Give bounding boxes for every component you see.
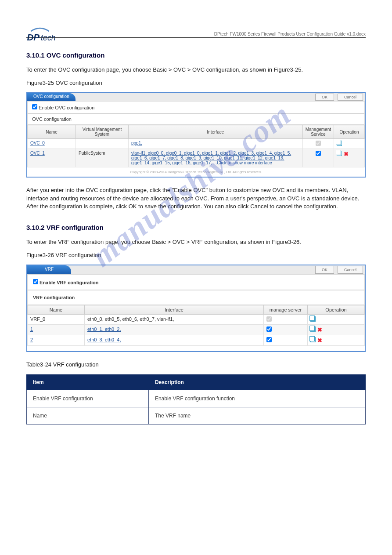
nav-path-vrf: To enter the VRF configuration page, you… xyxy=(26,238,366,246)
copy-icon[interactable] xyxy=(310,337,316,342)
delete-icon[interactable]: ✖ xyxy=(317,337,322,344)
copyright-text: Copyright © 2000-2014 Hangzhou DPtech Te… xyxy=(27,167,365,177)
delete-icon[interactable]: ✖ xyxy=(344,151,349,157)
copy-icon[interactable] xyxy=(310,326,316,332)
vrf-panel: VRF OK Cancel Enable VRF configuration V… xyxy=(26,265,366,352)
vrf-list-title: VRF configuration xyxy=(27,290,365,305)
col-name: Name xyxy=(28,125,76,139)
table-row: VRF_0 eth0_0, eth0_5, eth0_6, eth0_7, vl… xyxy=(28,315,365,325)
figure-caption-25: Figure3-25 OVC configuration xyxy=(26,79,366,87)
panel-tab: OVC configuration xyxy=(27,93,76,101)
desc-item: Name xyxy=(27,407,149,424)
ovc-list-title: OVC configuration xyxy=(27,113,365,125)
ovc-description: After you enter into the OVC configurati… xyxy=(26,186,366,210)
ovc-table: Name Virtual Management System Interface… xyxy=(27,125,365,167)
col-name: Name xyxy=(28,305,85,315)
vrf-iface-link[interactable]: eth0_3, eth0_4, xyxy=(87,337,121,342)
delete-icon[interactable]: ✖ xyxy=(317,326,322,333)
section-title-ovc: 3.10.1 OVC configuration xyxy=(26,51,366,59)
table-row: OVC_0 ppp1, xyxy=(28,139,365,149)
desc-text: Enable VRF configuration function xyxy=(148,390,365,407)
panel-header: OVC configuration OK Cancel xyxy=(27,93,365,101)
copy-icon[interactable] xyxy=(337,141,342,146)
ovc-name-link[interactable]: OVC_0 xyxy=(30,141,45,145)
ovc-iface-link[interactable]: vlan-if1, gige0_0, gige0_1, gige1_0, gig… xyxy=(131,151,291,165)
ovc-vms-cell xyxy=(76,139,129,149)
copy-icon[interactable] xyxy=(337,151,342,156)
nav-path-ovc: To enter the OVC configuration page, you… xyxy=(26,66,366,74)
enable-ovc-row: Enable OVC configuration xyxy=(27,101,365,113)
enable-ovc-label: Enable OVC configuration xyxy=(39,105,94,110)
vrf-name-cell: VRF_0 xyxy=(28,315,85,325)
table-row: 2 eth0_3, eth0_4, ✖ xyxy=(28,335,365,346)
ovc-vms-cell: PublicSystem xyxy=(76,149,129,167)
col-mgmt: Management Service xyxy=(302,125,334,139)
enable-vrf-checkbox[interactable] xyxy=(33,279,38,284)
ovc-iface-link[interactable]: ppp1, xyxy=(131,141,142,145)
desc-text: The VRF name xyxy=(148,407,365,424)
col-manage: manage server xyxy=(264,305,308,315)
vrf-iface-link[interactable]: eth0_1, eth0_2, xyxy=(87,326,121,332)
vrf-name-link[interactable]: 1 xyxy=(30,326,33,332)
panel-header: VRF OK Cancel xyxy=(27,265,365,274)
cancel-button[interactable]: Cancel xyxy=(338,94,363,101)
col-interface: Interface xyxy=(85,305,264,315)
vrf-table: Name Interface manage server Operation V… xyxy=(27,305,365,346)
figure-caption-26: Figure3-26 VRF configuration xyxy=(26,251,366,259)
table-caption-24: Table3-24 VRF configuration xyxy=(26,361,366,369)
col-operation: Operation xyxy=(334,125,365,139)
col-vms: Virtual Management System xyxy=(76,125,129,139)
manage-checkbox xyxy=(266,316,272,322)
vrf-iface-cell: eth0_0, eth0_5, eth0_6, eth0_7, vlan-if1… xyxy=(85,315,264,325)
manage-checkbox[interactable] xyxy=(266,337,272,342)
table-row: 1 eth0_1, eth0_2, ✖ xyxy=(28,325,365,335)
description-table: Item Description Enable VRF configuratio… xyxy=(26,374,366,424)
svg-text:tech: tech xyxy=(41,33,56,42)
copy-icon[interactable] xyxy=(310,316,316,322)
table-row: OVC_1 PublicSystem vlan-if1, gige0_0, gi… xyxy=(28,149,365,167)
cancel-button[interactable]: Cancel xyxy=(338,266,363,274)
manage-checkbox[interactable] xyxy=(266,326,272,332)
page-header-text: DPtech FW1000 Series Firewall Products U… xyxy=(26,32,366,36)
svg-text:DP: DP xyxy=(27,32,40,42)
section-title-vrf: 3.10.2 VRF configuration xyxy=(26,224,366,231)
desc-col-desc: Description xyxy=(148,374,365,390)
ovc-name-link[interactable]: OVC_1 xyxy=(30,151,45,156)
ovc-panel: OVC configuration OK Cancel Enable OVC c… xyxy=(26,92,366,178)
panel-tab: VRF xyxy=(27,265,71,274)
vrf-name-link[interactable]: 2 xyxy=(30,337,33,342)
mgmt-checkbox xyxy=(316,141,321,146)
ok-button[interactable]: OK xyxy=(315,266,334,274)
col-interface: Interface xyxy=(129,125,303,139)
enable-vrf-label: Enable VRF configuration xyxy=(40,280,98,285)
desc-col-item: Item xyxy=(27,374,149,390)
enable-vrf-row: Enable VRF configuration xyxy=(27,274,365,290)
ok-button[interactable]: OK xyxy=(315,94,334,101)
enable-ovc-checkbox[interactable] xyxy=(32,104,37,109)
dptech-logo: DP tech xyxy=(26,26,75,44)
col-operation: Operation xyxy=(308,305,365,315)
mgmt-checkbox[interactable] xyxy=(316,151,321,156)
desc-item: Enable VRF configuration xyxy=(27,390,149,407)
